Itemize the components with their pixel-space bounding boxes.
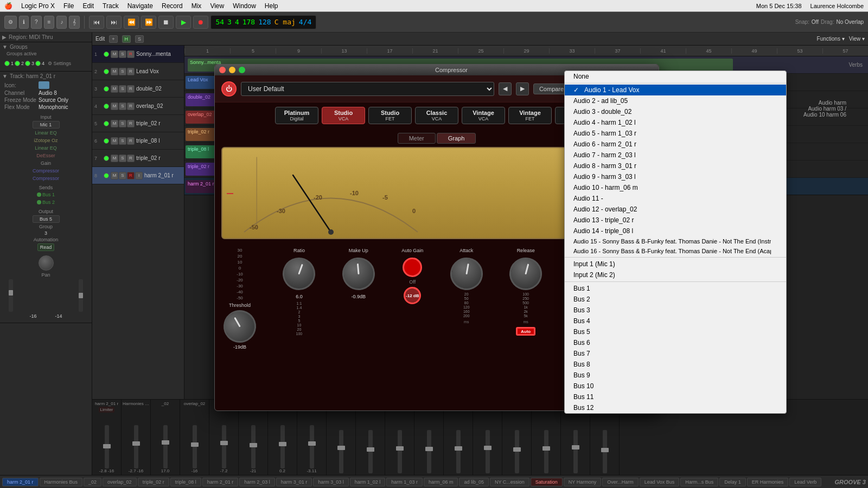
auto-gain-button[interactable] — [403, 258, 422, 277]
play-button[interactable]: ▶ — [176, 16, 191, 29]
mixer-fader17[interactable] — [573, 430, 578, 473]
solo-btn[interactable]: S — [119, 68, 126, 75]
menu-record[interactable]: Record — [162, 2, 183, 10]
mute-btn[interactable]: M — [111, 50, 118, 58]
send-bus2[interactable]: Bus 2 — [42, 200, 55, 205]
bus10-option[interactable]: Bus 10 — [565, 381, 786, 391]
status-harm303[interactable]: harm 3_03 l — [313, 478, 349, 486]
track-row[interactable]: 6 M S R triple_08 l — [92, 132, 184, 150]
status-harm301[interactable]: harm 3_01 r — [276, 478, 312, 486]
mute-btn[interactable]: M — [111, 172, 118, 179]
linear-eq2-label[interactable]: Linear EQ — [34, 145, 58, 151]
track-row[interactable]: 4 M S R overlap_02 — [92, 98, 184, 115]
track-led[interactable] — [104, 138, 109, 144]
auto-gain-button2[interactable]: -12 dB — [404, 287, 421, 304]
settings-link[interactable]: ⚙ Settings — [46, 60, 73, 67]
studio-fet-btn[interactable]: StudioFET — [368, 107, 412, 124]
preset-selector[interactable]: User Default — [241, 82, 494, 96]
track-row[interactable]: 2 M S R Lead Vox — [92, 63, 184, 80]
mixer-fader18[interactable] — [603, 430, 607, 473]
mute-btn[interactable]: M — [111, 102, 118, 110]
bus3-option[interactable]: Bus 3 — [565, 305, 786, 316]
input-selector[interactable]: Mic 1 — [33, 121, 60, 129]
mute-btn[interactable]: M — [111, 85, 118, 93]
audio13-option[interactable]: Audio 13 - triple_02 r — [565, 215, 786, 226]
apple-menu[interactable]: 🍎 — [4, 2, 12, 10]
solo-btn[interactable]: S — [119, 155, 126, 162]
track-row[interactable]: 5 M S R triple_02 r — [92, 115, 184, 132]
linear-eq-label[interactable]: Linear EQ — [34, 130, 58, 136]
send-bus1[interactable]: Bus 1 — [42, 192, 55, 197]
bus9-option[interactable]: Bus 9 — [565, 370, 786, 381]
limiter-badge[interactable]: Limiter — [99, 407, 114, 413]
window-close-button[interactable] — [219, 67, 226, 73]
audio2-option[interactable]: Audio 2 - ad lib_05 — [565, 95, 786, 106]
izotope-label[interactable]: iZotope Oz — [33, 137, 59, 144]
bus1-option[interactable]: Bus 1 — [565, 283, 786, 294]
forward-button[interactable]: ⏭ — [106, 16, 122, 29]
menu-view[interactable]: View — [210, 2, 224, 10]
mixer-fader13[interactable] — [456, 430, 461, 473]
menu-navigate[interactable]: Navigate — [127, 2, 153, 10]
track-led[interactable] — [104, 121, 109, 126]
rec-btn[interactable]: R — [127, 155, 135, 162]
mixer-fader14[interactable] — [486, 430, 490, 473]
solo-btn[interactable]: S — [119, 172, 126, 179]
track-icon[interactable] — [39, 81, 49, 89]
group-led-1[interactable] — [4, 61, 10, 66]
status-harm102[interactable]: harm 1_02 l — [350, 478, 386, 486]
rec-btn[interactable]: R — [127, 137, 135, 145]
status-leadverb[interactable]: Lead Verb — [789, 478, 821, 486]
status-saturation[interactable]: Saturation — [531, 478, 563, 486]
audio8-option[interactable]: Audio 8 - harm 3_01 r — [565, 160, 786, 171]
piano-button[interactable]: ♪ — [56, 16, 67, 29]
ratio-knob[interactable] — [278, 253, 320, 295]
release-knob[interactable] — [506, 254, 545, 293]
bus4-option[interactable]: Bus 4 — [565, 316, 786, 326]
track-row[interactable]: 7 M S R triple_02 r — [92, 150, 184, 167]
status-triple02[interactable]: triple_02 r — [138, 478, 169, 486]
track-led[interactable] — [104, 52, 109, 57]
status-overharm[interactable]: Over...Harm — [602, 478, 639, 486]
makeup-knob[interactable] — [341, 256, 376, 291]
stop-button[interactable]: ⏹ — [158, 16, 174, 29]
mixer-fader3[interactable] — [163, 425, 168, 468]
add-track-button[interactable]: + — [109, 35, 117, 43]
status-nyc[interactable]: NY C...ession — [490, 478, 529, 486]
volume-fader[interactable] — [9, 279, 13, 312]
power-button[interactable]: ⏻ — [221, 81, 237, 97]
bus2-option[interactable]: Bus 2 — [565, 294, 786, 305]
rec-btn[interactable]: R — [127, 85, 135, 93]
track-led[interactable] — [104, 104, 109, 109]
prev-preset-button[interactable]: ◀ — [499, 82, 512, 95]
mixer-fader7[interactable] — [280, 425, 285, 468]
region-section[interactable]: ▶Region: MIDI Thru — [2, 34, 90, 40]
mute-btn[interactable]: M — [111, 155, 118, 162]
track-row-selected[interactable]: 8 M S R I harm 2_01 r — [92, 167, 184, 184]
drag-value[interactable]: No Overlap — [836, 19, 864, 25]
mixer-fader10[interactable] — [368, 430, 373, 473]
audio7-option[interactable]: Audio 7 - harm 2_03 l — [565, 150, 786, 160]
score-button[interactable]: 𝄞 — [69, 16, 80, 29]
mixer-fader9[interactable] — [339, 430, 343, 473]
ffwd-button[interactable]: ⏩ — [141, 16, 156, 29]
bus7-option[interactable]: Bus 7 — [565, 348, 786, 359]
s-button[interactable]: S — [135, 35, 144, 43]
mute-btn[interactable]: M — [111, 68, 118, 75]
mixer-fader8[interactable] — [310, 425, 314, 468]
status-harmsbus[interactable]: Harm...s Bus — [680, 478, 718, 486]
pan-knob[interactable] — [39, 255, 54, 271]
rec-btn[interactable]: R — [127, 172, 135, 179]
audio12-option[interactable]: Audio 12 - overlap_02 — [565, 204, 786, 215]
menu-edit[interactable]: Edit — [82, 2, 94, 10]
none-option[interactable]: None — [565, 71, 786, 82]
audio11-option[interactable]: Audio 11 - — [565, 193, 786, 204]
graph-tab[interactable]: Graph — [437, 133, 476, 144]
groups-section[interactable]: ▼Groups — [2, 44, 90, 50]
status-02[interactable]: _02 — [84, 478, 101, 486]
status-nyharmony[interactable]: NY Harmony — [564, 478, 601, 486]
menu-track[interactable]: Track — [103, 2, 119, 10]
output-selector[interactable]: Bus 5 — [33, 215, 60, 223]
mixer-fader2[interactable] — [134, 425, 138, 468]
group-led-3[interactable] — [25, 61, 30, 66]
